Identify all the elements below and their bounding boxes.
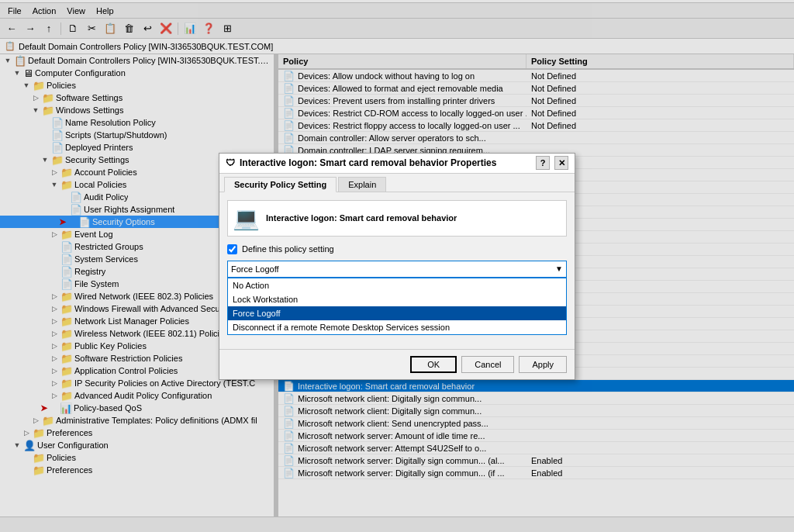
define-policy-label: Define this policy setting xyxy=(242,244,334,254)
dialog: 🛡 Interactive logon: Smart card removal … xyxy=(219,153,575,380)
dialog-close-button[interactable]: ✕ xyxy=(554,156,568,170)
dialog-body: 💻 Interactive logon: Smart card removal … xyxy=(219,192,575,349)
dialog-title-icon: 🛡 xyxy=(226,157,235,168)
dropdown-row: Force Logoff ▼ No ActionLock Workstation… xyxy=(227,261,567,335)
define-policy-checkbox[interactable] xyxy=(227,244,237,254)
dialog-footer: OK Cancel Apply xyxy=(219,349,575,379)
tab-security-policy-setting[interactable]: Security Policy Setting xyxy=(224,177,337,192)
dropdown-option-disconnect-if-a-remote-remote-desktop-services-session[interactable]: Disconnect if a remote Remote Desktop Se… xyxy=(228,320,566,334)
dropdown-selected[interactable]: Force Logoff ▼ xyxy=(227,261,567,278)
ok-button[interactable]: OK xyxy=(410,356,457,373)
dropdown-arrow-icon: ▼ xyxy=(555,264,563,273)
dropdown-option-force-logoff[interactable]: Force Logoff xyxy=(228,306,566,320)
tab-explain[interactable]: Explain xyxy=(338,177,386,192)
dialog-policy-title: Interactive logon: Smart card removal be… xyxy=(266,213,457,223)
dropdown-selected-text: Force Logoff xyxy=(231,264,279,274)
dropdown-option-lock-workstation[interactable]: Lock Workstation xyxy=(228,292,566,306)
dialog-overlay: 🛡 Interactive logon: Smart card removal … xyxy=(0,0,794,532)
cancel-button[interactable]: Cancel xyxy=(461,356,514,373)
dialog-policy-icon: 💻 xyxy=(233,206,260,231)
define-policy-checkbox-row: Define this policy setting xyxy=(227,244,567,254)
dialog-title-text: Interactive logon: Smart card removal be… xyxy=(240,157,496,168)
dropdown-list: No ActionLock WorkstationForce LogoffDis… xyxy=(227,278,567,335)
apply-button[interactable]: Apply xyxy=(519,356,567,373)
dialog-tabs: Security Policy Setting Explain xyxy=(219,174,575,192)
dialog-help-button[interactable]: ? xyxy=(536,156,550,170)
dialog-title-bar: 🛡 Interactive logon: Smart card removal … xyxy=(219,154,575,174)
dialog-header-section: 💻 Interactive logon: Smart card removal … xyxy=(227,200,567,237)
dropdown-option-no-action[interactable]: No Action xyxy=(228,278,566,292)
